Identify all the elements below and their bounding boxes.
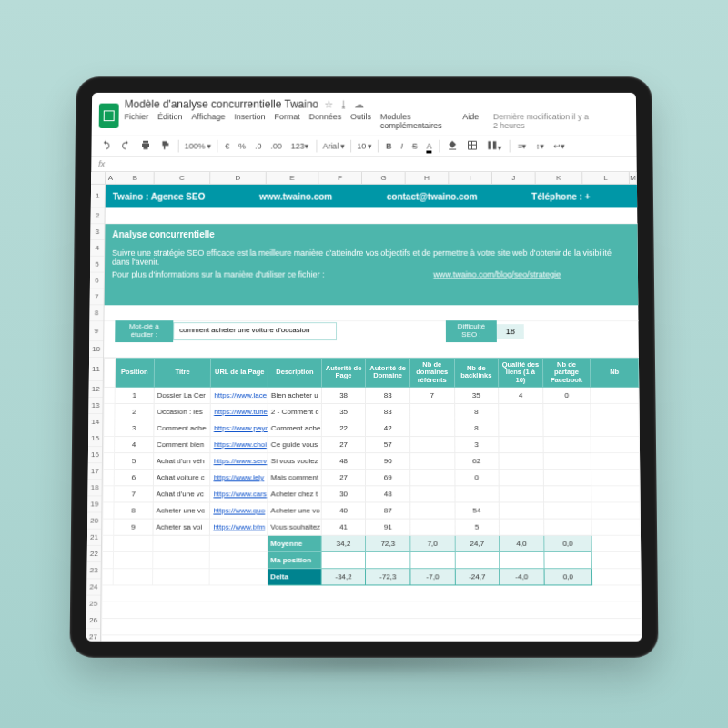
row-number[interactable]: 16 bbox=[88, 447, 102, 463]
table-row[interactable]: 7 Achat d'une vc https://www.cars Achete… bbox=[103, 486, 640, 502]
v-align-button[interactable]: ↕▾ bbox=[534, 142, 546, 151]
col-header[interactable]: M bbox=[630, 172, 637, 184]
star-icon[interactable]: ☆ bbox=[324, 98, 333, 110]
cell-url[interactable]: https://www.cars bbox=[210, 486, 268, 502]
bold-button[interactable]: B bbox=[384, 142, 393, 151]
cell-url[interactable]: https://www.choi bbox=[210, 436, 268, 452]
row-number[interactable]: 19 bbox=[87, 496, 101, 512]
format-currency-button[interactable]: € bbox=[223, 142, 231, 151]
menu-edition[interactable]: Édition bbox=[157, 112, 182, 130]
cell-url[interactable]: https://www.payc bbox=[210, 420, 268, 436]
row-number[interactable]: 7 bbox=[90, 288, 104, 305]
row-number[interactable]: 12 bbox=[89, 381, 103, 398]
row-number[interactable]: 22 bbox=[87, 546, 101, 562]
row-number[interactable]: 27 bbox=[86, 629, 100, 641]
inc-precision-button[interactable]: .00 bbox=[268, 142, 283, 151]
keyword-value[interactable]: comment acheter une voiture d'occasion bbox=[173, 322, 337, 340]
paint-format-icon[interactable] bbox=[158, 140, 173, 153]
row-number[interactable]: 14 bbox=[88, 414, 102, 430]
cell-url[interactable]: https://www.quo bbox=[210, 502, 268, 519]
col-header[interactable]: K bbox=[536, 172, 583, 184]
menu-insertion[interactable]: Insertion bbox=[234, 112, 265, 130]
cloud-icon[interactable]: ☁ bbox=[354, 98, 364, 110]
table-row[interactable]: 9 Acheter sa voi https://www.bfm Vous so… bbox=[103, 519, 641, 535]
cell-url[interactable]: https://www.bfm bbox=[210, 519, 268, 535]
row-number[interactable]: 18 bbox=[87, 480, 101, 496]
cell-url[interactable]: https://www.serv bbox=[210, 452, 268, 469]
font-family-dropdown[interactable]: Arial▾ bbox=[323, 142, 346, 151]
formula-bar[interactable]: fx bbox=[91, 157, 637, 172]
table-row[interactable]: 4 Comment bien https://www.choi Ce guide… bbox=[104, 436, 640, 452]
table-row[interactable]: 8 Acheter une vc https://www.quo Acheter… bbox=[103, 502, 640, 519]
cell-ad: 42 bbox=[366, 420, 410, 436]
doc-title[interactable]: Modèle d'analyse concurrentielle Twaino bbox=[125, 98, 318, 111]
row-number[interactable]: 13 bbox=[88, 398, 102, 414]
borders-button[interactable] bbox=[465, 140, 480, 153]
row-number[interactable]: 21 bbox=[87, 530, 101, 546]
font-size-dropdown[interactable]: 10▾ bbox=[357, 142, 372, 151]
table-row[interactable]: 6 Achat voiture c https://www.lely Mais … bbox=[103, 469, 640, 485]
col-header[interactable]: J bbox=[492, 172, 536, 184]
col-header[interactable]: A bbox=[106, 172, 116, 184]
row-number[interactable]: 5 bbox=[90, 257, 104, 273]
col-header[interactable]: F bbox=[318, 172, 362, 184]
row-number[interactable]: 25 bbox=[86, 596, 100, 612]
row-number[interactable]: 2 bbox=[91, 207, 105, 224]
col-header[interactable]: C bbox=[155, 172, 211, 184]
cell-url[interactable]: https://www.lely bbox=[210, 469, 268, 485]
strike-button[interactable]: S bbox=[410, 142, 420, 151]
spreadsheet-grid[interactable]: A B C D E F G H I J K L M 1 2 3 4 bbox=[86, 172, 642, 641]
row-number[interactable]: 24 bbox=[86, 579, 100, 595]
format-percent-button[interactable]: % bbox=[237, 142, 248, 151]
table-row[interactable]: 1 Dossier La Cer https://www.lace Bien a… bbox=[104, 387, 639, 403]
italic-button[interactable]: I bbox=[399, 142, 404, 151]
row-number[interactable]: 10 bbox=[89, 341, 103, 358]
row-number[interactable]: 6 bbox=[90, 273, 104, 289]
cell-url[interactable]: https://www.lace bbox=[211, 387, 268, 403]
row-number[interactable]: 8 bbox=[89, 305, 103, 321]
dec-precision-button[interactable]: .0 bbox=[253, 142, 263, 151]
move-icon[interactable]: ⭳ bbox=[339, 98, 349, 110]
row-number[interactable]: 11 bbox=[89, 358, 103, 381]
fill-color-button[interactable] bbox=[445, 140, 460, 153]
undo-icon[interactable] bbox=[98, 140, 113, 153]
intro-link[interactable]: www.twaino.com/blog/seo/strategie bbox=[433, 270, 561, 279]
row-number[interactable]: 26 bbox=[86, 612, 100, 629]
menu-donnees[interactable]: Données bbox=[309, 112, 342, 130]
sheets-logo-icon[interactable] bbox=[99, 104, 119, 128]
col-header[interactable]: G bbox=[362, 172, 406, 184]
menu-aide[interactable]: Aide bbox=[462, 112, 479, 130]
menu-affichage[interactable]: Affichage bbox=[191, 112, 225, 130]
table-row[interactable]: 5 Achat d'un véh https://www.serv Si vou… bbox=[103, 452, 639, 469]
row-number[interactable]: 15 bbox=[88, 430, 102, 447]
table-row[interactable]: 2 Occasion : les https://www.turle 2 - C… bbox=[104, 403, 639, 420]
row-number[interactable]: 20 bbox=[87, 513, 101, 530]
last-edit-text[interactable]: Dernière modification il y a 2 heures bbox=[493, 112, 593, 130]
menu-modules[interactable]: Modules complémentaires bbox=[380, 112, 453, 130]
menu-fichier[interactable]: Fichier bbox=[124, 112, 148, 130]
zoom-dropdown[interactable]: 100%▾ bbox=[185, 142, 212, 151]
redo-icon[interactable] bbox=[118, 140, 133, 153]
menu-outils[interactable]: Outils bbox=[350, 112, 371, 130]
menu-format[interactable]: Format bbox=[274, 112, 299, 130]
col-header[interactable]: B bbox=[116, 172, 155, 184]
col-header[interactable]: E bbox=[267, 172, 319, 184]
more-formats-dropdown[interactable]: 123▾ bbox=[289, 142, 311, 151]
h-align-button[interactable]: ≡▾ bbox=[516, 142, 529, 151]
merge-cells-button[interactable]: ▾ bbox=[485, 140, 504, 153]
wrap-button[interactable]: ↩▾ bbox=[551, 142, 567, 151]
print-icon[interactable] bbox=[138, 140, 153, 153]
text-color-button[interactable]: A bbox=[425, 142, 434, 151]
row-number[interactable]: 4 bbox=[90, 240, 104, 257]
row-number[interactable]: 9 bbox=[89, 321, 103, 341]
col-header[interactable]: I bbox=[449, 172, 492, 184]
col-header[interactable]: L bbox=[582, 172, 630, 184]
cell-url[interactable]: https://www.turle bbox=[211, 403, 268, 420]
table-row[interactable]: 3 Comment ache https://www.payc Comment … bbox=[104, 420, 640, 436]
row-number[interactable]: 23 bbox=[87, 562, 101, 579]
row-number[interactable]: 3 bbox=[90, 224, 104, 240]
row-number[interactable]: 1 bbox=[91, 185, 105, 208]
row-number[interactable]: 17 bbox=[88, 463, 102, 480]
col-header[interactable]: H bbox=[406, 172, 450, 184]
col-header[interactable]: D bbox=[210, 172, 267, 184]
